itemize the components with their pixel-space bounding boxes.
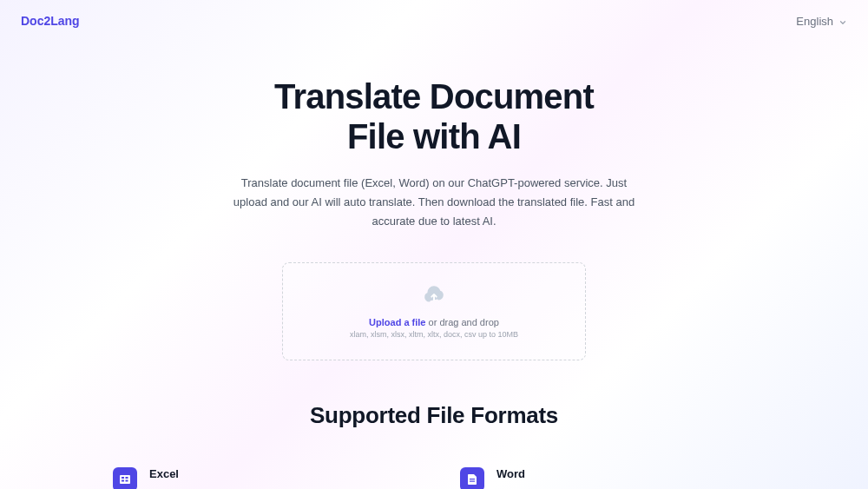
svg-rect-0 xyxy=(120,475,130,484)
upload-dropzone[interactable]: Upload a file or drag and drop xlam, xls… xyxy=(282,262,586,360)
format-item-word: Word Our service offers Microsoft Word™ … xyxy=(460,467,755,489)
hero-description: Translate document file (Excel, Word) on… xyxy=(226,174,642,231)
upload-formats-text: xlam, xlsm, xlsx, xltm, xltx, docx, csv … xyxy=(300,330,568,339)
upload-icon xyxy=(300,284,568,307)
language-label: English xyxy=(796,15,833,28)
word-icon xyxy=(460,467,484,489)
svg-rect-1 xyxy=(122,477,124,479)
logo[interactable]: Doc2Lang xyxy=(21,14,80,28)
chevron-down-icon xyxy=(838,17,847,25)
svg-rect-4 xyxy=(126,480,128,482)
svg-rect-3 xyxy=(122,480,124,482)
language-selector[interactable]: English xyxy=(796,15,847,28)
svg-rect-5 xyxy=(470,479,475,479)
upload-link: Upload a file xyxy=(369,317,425,327)
formats-section-title: Supported File Formats xyxy=(17,402,851,429)
excel-icon xyxy=(113,467,137,489)
format-item-excel: Excel We support translating most format… xyxy=(113,467,408,489)
svg-rect-6 xyxy=(470,481,475,482)
format-title: Excel xyxy=(149,467,408,480)
format-title: Word xyxy=(496,467,755,480)
page-title: Translate Document File with AI xyxy=(17,76,851,156)
svg-rect-2 xyxy=(126,477,128,479)
upload-instructions: Upload a file or drag and drop xyxy=(300,317,568,327)
